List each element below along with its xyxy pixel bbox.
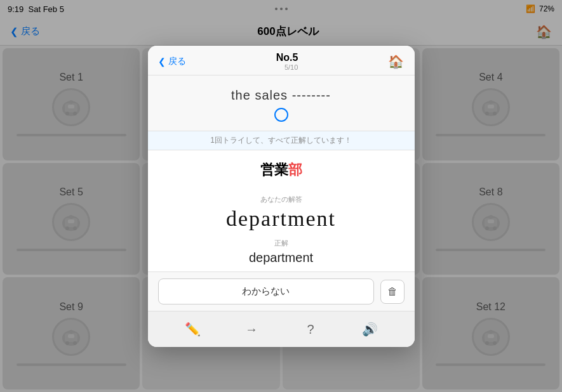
help-button[interactable]: ?	[299, 318, 322, 341]
modal-title-area: No.5 5/10	[276, 52, 298, 71]
action-row: わからない 🗑	[148, 271, 415, 311]
japanese-highlight: 部	[288, 162, 302, 178]
question-area: the sales --------	[148, 75, 415, 131]
flashcard-modal: ❮ 戻る No.5 5/10 🏠 the sales -------- 1回トラ…	[148, 46, 415, 347]
modal-card-number: No.5	[276, 52, 298, 63]
modal-header: ❮ 戻る No.5 5/10 🏠	[148, 46, 415, 75]
correct-label: 正解	[163, 238, 399, 248]
modal-home-button[interactable]: 🏠	[388, 54, 404, 69]
dont-know-button[interactable]: わからない	[158, 278, 374, 304]
dont-know-label: わからない	[242, 285, 290, 296]
next-button[interactable]: →	[240, 318, 263, 341]
arrow-right-icon: →	[245, 322, 258, 337]
modal-back-button[interactable]: ❮ 戻る	[158, 56, 186, 67]
pencil-button[interactable]: ✏️	[181, 318, 204, 341]
handwritten-answer: department	[163, 207, 399, 231]
success-text: 1回トライして、すべて正解しています！	[210, 136, 352, 145]
modal-back-label: 戻る	[168, 56, 186, 67]
sound-icon: 🔊	[362, 322, 378, 337]
japanese-answer-area: 営業部	[148, 150, 415, 190]
modal-progress: 5/10	[276, 63, 298, 71]
correct-answer: department	[163, 251, 399, 265]
modal-back-chevron: ❮	[158, 56, 166, 67]
modal-footer: ✏️ → ? 🔊	[148, 311, 415, 347]
delete-button[interactable]: 🗑	[380, 280, 405, 304]
pencil-icon: ✏️	[185, 322, 201, 337]
success-banner: 1回トライして、すべて正解しています！	[148, 131, 415, 150]
japanese-answer: 営業部	[163, 160, 399, 180]
delete-icon: 🗑	[387, 286, 398, 297]
your-answer-label: あなたの解答	[163, 195, 399, 204]
japanese-base: 営業	[260, 162, 288, 178]
correct-section: 正解 department	[148, 236, 415, 271]
handwritten-section: あなたの解答 department	[148, 190, 415, 236]
circle-indicator	[274, 108, 288, 122]
question-icon: ?	[307, 322, 314, 337]
sound-button[interactable]: 🔊	[358, 318, 381, 341]
question-text: the sales --------	[163, 88, 399, 103]
